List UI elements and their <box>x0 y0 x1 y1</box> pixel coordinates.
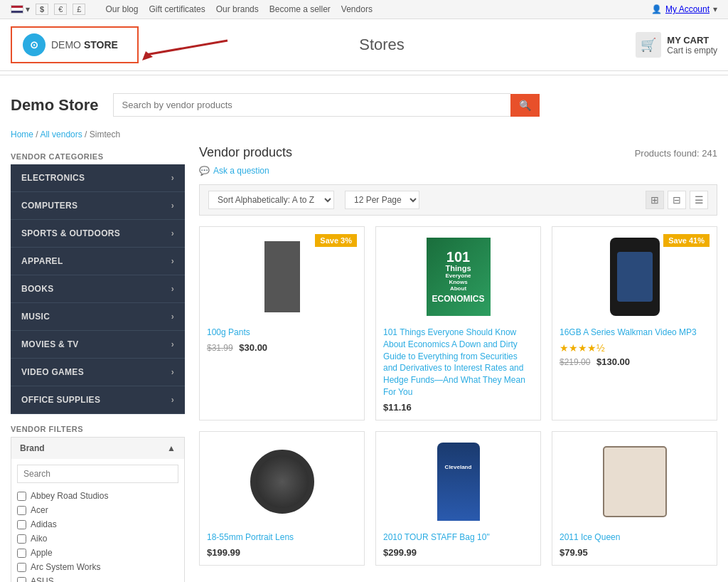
account-chevron: ▾ <box>713 4 717 14</box>
category-sports[interactable]: SPORTS & OUTDOORS › <box>11 220 185 248</box>
filter-checkbox-abbey[interactable] <box>17 492 26 501</box>
category-computers[interactable]: COMPUTERS › <box>11 192 185 220</box>
currency-eur[interactable]: € <box>54 4 67 15</box>
header: ⊙ DEMO STORE Stores 🛒 MY CART Cart is em… <box>0 19 728 71</box>
product-name-1: 101 Things Everyone Should Know About Ec… <box>383 327 533 398</box>
bag-image <box>603 446 667 517</box>
nav-gift-certificates[interactable]: Gift certificates <box>149 4 205 14</box>
product-image-1: 101 Things Everyone Knows About ECONOMIC… <box>383 234 533 319</box>
ask-question[interactable]: 💬 Ask a question <box>199 166 717 176</box>
product-card-4[interactable]: Cleveland 2010 TOUR STAFF Bag 10" $299.9… <box>375 431 541 566</box>
filter-checkbox-arc[interactable] <box>17 563 26 572</box>
category-apparel[interactable]: APPAREL › <box>11 248 185 275</box>
chevron-right-icon: › <box>171 201 174 211</box>
breadcrumb-all-vendors[interactable]: All vendors <box>40 129 82 139</box>
filter-item-asus[interactable]: ASUS <box>17 574 178 582</box>
list-view-icon[interactable]: ☰ <box>690 191 708 209</box>
nav-vendors[interactable]: Vendors <box>341 4 373 14</box>
price-3: $199.99 <box>207 547 240 558</box>
golf-bag-image: Cleveland <box>437 443 480 521</box>
arrow-annotation <box>139 33 231 71</box>
filter-label-aiko: Aiko <box>31 534 47 544</box>
product-price-4: $299.99 <box>383 547 533 558</box>
product-card-5[interactable]: 2011 Ice Queen $79.95 <box>552 431 717 566</box>
nav-our-brands[interactable]: Our brands <box>216 4 259 14</box>
category-video-games[interactable]: VIDEO GAMES › <box>11 359 185 386</box>
product-image-4: Cleveland <box>383 439 533 524</box>
product-card-0[interactable]: Save 3% 100g Pants $31.99 $30.00 <box>199 226 365 420</box>
svg-line-0 <box>146 41 228 55</box>
category-electronics[interactable]: ELECTRONICS › <box>11 164 185 192</box>
filter-checkbox-aiko[interactable] <box>17 534 26 544</box>
currency-gbp[interactable]: £ <box>73 4 85 15</box>
stars-2: ★★★★½ <box>560 342 710 354</box>
filter-label-arc: Arc System Works <box>31 562 100 572</box>
nav-become-seller[interactable]: Become a seller <box>269 4 331 14</box>
filter-checkbox-apple[interactable] <box>17 549 26 558</box>
vendor-filters: VENDOR FILTERS Brand ▲ Abbey Road Studio… <box>11 425 185 582</box>
save-badge-2: Save 41% <box>663 234 710 247</box>
product-card-2[interactable]: Save 41% 16GB A Series Walkman Video MP3… <box>552 226 717 420</box>
view-icons: ⊞ ⊟ ☰ <box>646 191 708 209</box>
sort-bar: Sort Alphabetically: A to Z 12 Per Page … <box>199 184 717 216</box>
old-price-2: $219.00 <box>560 357 590 367</box>
filter-item-aiko[interactable]: Aiko <box>17 531 178 546</box>
logo-box[interactable]: ⊙ DEMO STORE <box>11 26 139 63</box>
brand-filter-search[interactable] <box>17 465 178 483</box>
product-card-1[interactable]: 101 Things Everyone Knows About ECONOMIC… <box>375 226 541 420</box>
filter-item-adidas[interactable]: Adidas <box>17 517 178 531</box>
product-price-3: $199.99 <box>207 547 357 558</box>
top-bar-nav: Our blog Gift certificates Our brands Be… <box>105 4 373 14</box>
grid-view-large-icon[interactable]: ⊞ <box>646 191 664 209</box>
collapse-icon: ▲ <box>167 443 176 453</box>
filter-item-abbey[interactable]: Abbey Road Studios <box>17 489 178 503</box>
filter-label-apple: Apple <box>31 548 53 558</box>
filter-checkbox-adidas[interactable] <box>17 520 26 529</box>
save-badge-0: Save 3% <box>315 234 357 247</box>
old-price-0: $31.99 <box>207 343 233 353</box>
price-5: $79.95 <box>560 547 588 558</box>
filter-checkbox-acer[interactable] <box>17 506 26 515</box>
breadcrumb-current: Simtech <box>90 129 120 139</box>
product-card-3[interactable]: 18-55mm Portrait Lens $199.99 <box>199 431 365 566</box>
grid-view-small-icon[interactable]: ⊟ <box>668 191 686 209</box>
product-price-1: $11.16 <box>383 402 533 413</box>
chevron-right-icon: › <box>171 284 174 294</box>
main-layout: VENDOR CATEGORIES ELECTRONICS › COMPUTER… <box>0 145 728 582</box>
filter-checkbox-asus[interactable] <box>17 577 26 583</box>
category-movies[interactable]: MOVIES & TV › <box>11 331 185 359</box>
vendor-filters-title: VENDOR FILTERS <box>11 425 185 433</box>
per-page-select[interactable]: 12 Per Page <box>345 191 419 209</box>
category-books[interactable]: BOOKS › <box>11 275 185 303</box>
brand-filter-header[interactable]: Brand ▲ <box>11 438 184 459</box>
cart-area: 🛒 MY CART Cart is empty <box>625 32 717 58</box>
currency-usd[interactable]: $ <box>36 4 48 15</box>
search-area: 🔍 <box>113 93 540 117</box>
filter-item-arc[interactable]: Arc System Works <box>17 560 178 574</box>
filter-item-acer[interactable]: Acer <box>17 503 178 517</box>
product-price-2: $219.00 $130.00 <box>560 356 710 367</box>
search-input[interactable] <box>113 93 510 117</box>
category-music[interactable]: MUSIC › <box>11 303 185 331</box>
sort-select[interactable]: Sort Alphabetically: A to Z <box>208 191 334 209</box>
flag-dropdown[interactable]: ▾ <box>11 4 30 14</box>
nav-our-blog[interactable]: Our blog <box>105 4 138 14</box>
filter-item-apple[interactable]: Apple <box>17 546 178 560</box>
cart-icon[interactable]: 🛒 <box>636 32 661 58</box>
new-price-2: $130.00 <box>596 356 630 367</box>
brand-filter-label: Brand <box>20 443 45 453</box>
my-account-link[interactable]: My Account <box>665 4 710 14</box>
search-button[interactable]: 🔍 <box>510 94 540 117</box>
store-name: Demo Store <box>11 96 99 115</box>
chevron-right-icon: › <box>171 228 174 238</box>
brand-filter: Brand ▲ Abbey Road Studios Acer <box>11 437 185 582</box>
breadcrumb-home[interactable]: Home <box>11 129 33 139</box>
sidebar: VENDOR CATEGORIES ELECTRONICS › COMPUTER… <box>11 145 185 582</box>
ask-question-label: Ask a question <box>213 166 269 176</box>
top-bar: ▾ $ € £ Our blog Gift certificates Our b… <box>0 0 728 19</box>
new-price-0: $30.00 <box>239 342 267 353</box>
product-name-4: 2010 TOUR STAFF Bag 10" <box>383 531 533 544</box>
product-price-5: $79.95 <box>560 547 710 558</box>
walkman-screen <box>617 252 653 302</box>
category-office[interactable]: OFFICE SUPPLIES › <box>11 386 185 414</box>
